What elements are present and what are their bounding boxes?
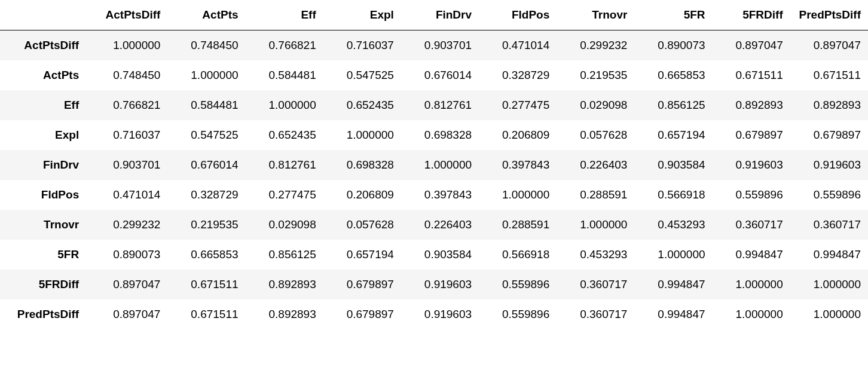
row-header: Trnovr bbox=[0, 210, 90, 240]
col-header: Eff bbox=[246, 0, 323, 30]
cell: 0.360717 bbox=[557, 270, 634, 299]
cell: 0.994847 bbox=[713, 240, 790, 270]
row-header: 5FRDiff bbox=[0, 270, 90, 299]
cell: 0.584481 bbox=[246, 60, 323, 90]
cell: 0.919603 bbox=[401, 270, 479, 299]
cell: 0.584481 bbox=[167, 90, 245, 120]
cell: 0.029098 bbox=[557, 90, 634, 120]
cell: 0.547525 bbox=[167, 120, 245, 150]
cell: 0.676014 bbox=[167, 150, 245, 180]
cell: 0.652435 bbox=[323, 90, 401, 120]
col-header: PredPtsDiff bbox=[790, 0, 868, 30]
cell: 0.299232 bbox=[557, 30, 634, 61]
cell: 0.657194 bbox=[323, 240, 401, 270]
cell: 0.559896 bbox=[790, 180, 868, 210]
cell: 0.226403 bbox=[401, 210, 479, 240]
cell: 0.219535 bbox=[167, 210, 245, 240]
cell: 0.360717 bbox=[557, 299, 634, 329]
cell: 0.226403 bbox=[557, 150, 634, 180]
row-header: ActPts bbox=[0, 60, 90, 90]
cell: 1.000000 bbox=[713, 299, 790, 329]
cell: 0.994847 bbox=[634, 270, 712, 299]
cell: 0.288591 bbox=[557, 180, 634, 210]
cell: 0.919603 bbox=[713, 150, 790, 180]
cell: 0.890073 bbox=[90, 240, 167, 270]
cell: 0.360717 bbox=[790, 210, 868, 240]
table-row: PredPtsDiff 0.897047 0.671511 0.892893 0… bbox=[0, 299, 868, 329]
cell: 0.897047 bbox=[90, 270, 167, 299]
table-corner bbox=[0, 0, 90, 30]
cell: 0.029098 bbox=[246, 210, 323, 240]
cell: 0.766821 bbox=[90, 90, 167, 120]
row-header: FinDrv bbox=[0, 150, 90, 180]
row-header: Expl bbox=[0, 120, 90, 150]
cell: 0.903701 bbox=[90, 150, 167, 180]
table-row: 5FRDiff 0.897047 0.671511 0.892893 0.679… bbox=[0, 270, 868, 299]
cell: 0.566918 bbox=[479, 240, 557, 270]
cell: 0.397843 bbox=[401, 180, 479, 210]
cell: 0.856125 bbox=[634, 90, 712, 120]
row-header: PredPtsDiff bbox=[0, 299, 90, 329]
cell: 0.892893 bbox=[246, 270, 323, 299]
cell: 0.288591 bbox=[479, 210, 557, 240]
cell: 0.919603 bbox=[401, 299, 479, 329]
table-row: FldPos 0.471014 0.328729 0.277475 0.2068… bbox=[0, 180, 868, 210]
cell: 0.766821 bbox=[246, 30, 323, 61]
cell: 0.471014 bbox=[479, 30, 557, 61]
row-header: 5FR bbox=[0, 240, 90, 270]
cell: 0.897047 bbox=[90, 299, 167, 329]
cell: 0.360717 bbox=[713, 210, 790, 240]
row-header: Eff bbox=[0, 90, 90, 120]
cell: 0.812761 bbox=[246, 150, 323, 180]
col-header: Expl bbox=[323, 0, 401, 30]
cell: 0.679897 bbox=[790, 120, 868, 150]
cell: 0.566918 bbox=[634, 180, 712, 210]
cell: 1.000000 bbox=[401, 150, 479, 180]
cell: 0.676014 bbox=[401, 60, 479, 90]
cell: 1.000000 bbox=[634, 240, 712, 270]
cell: 0.671511 bbox=[713, 60, 790, 90]
cell: 0.277475 bbox=[246, 180, 323, 210]
cell: 1.000000 bbox=[713, 270, 790, 299]
cell: 0.994847 bbox=[790, 240, 868, 270]
cell: 0.903701 bbox=[401, 30, 479, 61]
cell: 0.716037 bbox=[90, 120, 167, 150]
cell: 0.903584 bbox=[634, 150, 712, 180]
cell: 0.657194 bbox=[634, 120, 712, 150]
cell: 1.000000 bbox=[479, 180, 557, 210]
cell: 0.299232 bbox=[90, 210, 167, 240]
cell: 0.698328 bbox=[401, 120, 479, 150]
cell: 0.665853 bbox=[634, 60, 712, 90]
cell: 0.812761 bbox=[401, 90, 479, 120]
cell: 0.559896 bbox=[479, 270, 557, 299]
cell: 0.892893 bbox=[790, 90, 868, 120]
cell: 0.994847 bbox=[634, 299, 712, 329]
cell: 1.000000 bbox=[790, 270, 868, 299]
table-row: Trnovr 0.299232 0.219535 0.029098 0.0576… bbox=[0, 210, 868, 240]
cell: 1.000000 bbox=[167, 60, 245, 90]
cell: 1.000000 bbox=[246, 90, 323, 120]
correlation-table: ActPtsDiff ActPts Eff Expl FinDrv FldPos… bbox=[0, 0, 868, 329]
table-row: ActPtsDiff 1.000000 0.748450 0.766821 0.… bbox=[0, 30, 868, 61]
cell: 0.671511 bbox=[167, 270, 245, 299]
cell: 0.897047 bbox=[790, 30, 868, 61]
cell: 0.892893 bbox=[713, 90, 790, 120]
col-header: ActPtsDiff bbox=[90, 0, 167, 30]
col-header: FldPos bbox=[479, 0, 557, 30]
cell: 0.748450 bbox=[167, 30, 245, 61]
cell: 0.328729 bbox=[167, 180, 245, 210]
cell: 0.206809 bbox=[323, 180, 401, 210]
cell: 0.890073 bbox=[634, 30, 712, 61]
cell: 0.679897 bbox=[713, 120, 790, 150]
cell: 0.328729 bbox=[479, 60, 557, 90]
cell: 0.897047 bbox=[713, 30, 790, 61]
col-header: ActPts bbox=[167, 0, 245, 30]
cell: 1.000000 bbox=[90, 30, 167, 61]
table-row: FinDrv 0.903701 0.676014 0.812761 0.6983… bbox=[0, 150, 868, 180]
cell: 0.903584 bbox=[401, 240, 479, 270]
cell: 0.856125 bbox=[246, 240, 323, 270]
cell: 0.698328 bbox=[323, 150, 401, 180]
cell: 0.679897 bbox=[323, 299, 401, 329]
cell: 0.453293 bbox=[557, 240, 634, 270]
cell: 0.892893 bbox=[246, 299, 323, 329]
